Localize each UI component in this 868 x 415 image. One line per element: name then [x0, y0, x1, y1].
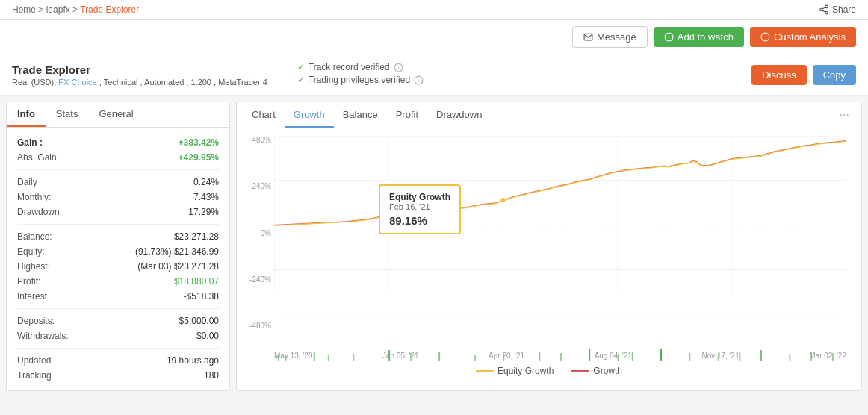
chart-svg — [274, 136, 846, 314]
updated-label: Updated — [17, 355, 51, 366]
stat-row-abs-gain: Abs. Gain: +429.95% — [17, 150, 219, 165]
trade-explorer-subtitle: Real (USD), FX Choice , Technical , Auto… — [12, 78, 267, 87]
analysis-icon — [760, 32, 770, 42]
chart-legend: Equity Growth Growth — [476, 366, 622, 376]
check-icon-track: ✓ — [297, 62, 305, 72]
copy-button[interactable]: Copy — [813, 65, 856, 85]
chart-tab-profit[interactable]: Profit — [387, 103, 427, 128]
breadcrumb-parent[interactable]: leapfx — [46, 4, 70, 15]
svg-point-1 — [820, 8, 823, 11]
x-label-1: Jan 05, '21 — [382, 352, 419, 360]
monthly-value: 7.43% — [193, 192, 219, 202]
x-axis: May 13, '20 Jan 05, '21 Apr 20, '21 Aug … — [274, 352, 846, 360]
share-icon — [819, 4, 829, 15]
drawdown-value: 17.29% — [188, 207, 219, 217]
highest-label: Highest: — [17, 261, 50, 272]
updated-value: 19 hours ago — [167, 355, 219, 366]
gain-label: Gain : — [17, 137, 43, 148]
stat-row-gain: Gain : +383.42% — [17, 135, 219, 150]
message-button[interactable]: Message — [572, 26, 648, 48]
legend-equity-growth: Equity Growth — [476, 366, 554, 376]
daily-label: Daily — [17, 177, 37, 187]
stats-section: Gain : +383.42% Abs. Gain: +429.95% Dail… — [7, 128, 229, 390]
chart-tab-growth[interactable]: Growth — [285, 103, 334, 128]
profit-label: Profit: — [17, 276, 40, 287]
right-panel: Chart Growth Balance Profit Drawdown ···… — [236, 102, 862, 391]
y-label-neg480: -480% — [249, 322, 271, 330]
breadcrumb-current: Trade Explorer — [80, 4, 139, 15]
profit-value: $18,880.07 — [174, 276, 219, 287]
info-bar: Trade Explorer Real (USD), FX Choice , T… — [0, 54, 868, 96]
chart-tabs: Chart Growth Balance Profit Drawdown ··· — [237, 102, 861, 128]
trade-explorer-title: Trade Explorer — [12, 63, 267, 76]
message-icon — [583, 32, 593, 42]
discuss-button[interactable]: Discuss — [751, 65, 807, 85]
fx-choice-link[interactable]: FX Choice — [58, 78, 96, 87]
stat-row-daily: Daily 0.24% — [17, 175, 219, 190]
add-to-watch-button[interactable]: Add to watch — [654, 27, 744, 47]
withdrawals-label: Withdrawals: — [17, 331, 69, 341]
chart-tab-balance[interactable]: Balance — [334, 103, 387, 128]
tracking-label: Tracking — [17, 370, 52, 381]
highest-value: (Mar 03) $23,271.28 — [137, 261, 219, 272]
daily-value: 0.24% — [193, 177, 219, 187]
equity-label: Equity: — [17, 246, 45, 257]
check-icon-privileges: ✓ — [297, 75, 305, 85]
stat-row-equity: Equity: (91.73%) $21,346.99 — [17, 244, 219, 259]
interest-label: Interest — [17, 291, 47, 302]
tracking-value: 180 — [204, 370, 219, 381]
share-label: Share — [832, 4, 856, 15]
stat-row-drawdown: Drawdown: 17.29% — [17, 205, 219, 219]
custom-analysis-label: Custom Analysis — [774, 31, 846, 43]
add-to-watch-label: Add to watch — [678, 31, 734, 43]
deposits-value: $5,000.00 — [179, 316, 219, 326]
stat-row-balance: Balance: $23,271.28 — [17, 229, 219, 244]
stat-row-updated: Updated 19 hours ago — [17, 353, 219, 368]
stat-row-withdrawals: Withdrawals: $0.00 — [17, 328, 219, 343]
custom-analysis-button[interactable]: Custom Analysis — [750, 27, 856, 47]
y-label-neg240: -240% — [249, 275, 271, 284]
stat-row-interest: Interest -$518.38 — [17, 289, 219, 304]
x-label-5: Mar 02, '22 — [809, 352, 846, 360]
svg-point-2 — [825, 11, 828, 13]
equity-value: (91.73%) $21,346.99 — [135, 246, 219, 257]
stat-row-highest: Highest: (Mar 03) $23,271.28 — [17, 259, 219, 274]
share-button[interactable]: Share — [819, 4, 856, 15]
trade-explorer-info: Trade Explorer Real (USD), FX Choice , T… — [12, 63, 267, 87]
stat-row-monthly: Monthly: 7.43% — [17, 190, 219, 205]
x-label-3: Aug 04, '21 — [595, 352, 632, 360]
top-bar: Home > leapfx > Trade Explorer Share — [0, 0, 868, 20]
trading-privileges-verified: ✓ Trading privileges verified — [297, 75, 751, 85]
withdrawals-value: $0.00 — [196, 331, 219, 341]
chart-options-button[interactable]: ··· — [834, 102, 855, 128]
tab-stats[interactable]: Stats — [46, 102, 89, 127]
chart-tab-drawdown[interactable]: Drawdown — [427, 103, 491, 128]
left-panel-tabs: Info Stats General — [7, 102, 229, 128]
drawdown-label: Drawdown: — [17, 207, 62, 217]
info-icon-track[interactable] — [394, 63, 403, 72]
gain-value: +383.42% — [179, 137, 219, 148]
abs-gain-value: +429.95% — [179, 152, 219, 163]
tab-general[interactable]: General — [88, 102, 143, 127]
left-panel: Info Stats General Gain : +383.42% Abs. … — [6, 102, 230, 391]
tooltip-title: Equity Growth — [389, 192, 450, 202]
x-label-2: Apr 20, '21 — [489, 352, 524, 360]
message-label: Message — [597, 31, 636, 43]
tab-info[interactable]: Info — [7, 102, 46, 127]
legend-line-red — [571, 370, 589, 372]
track-record-label: Track record verified — [309, 62, 390, 72]
interest-value: -$518.38 — [184, 291, 219, 302]
tooltip-date: Feb 16, '21 — [389, 202, 450, 211]
legend-growth: Growth — [571, 366, 622, 376]
tooltip-value: 89.16% — [389, 214, 450, 227]
chart-tab-chart[interactable]: Chart — [243, 103, 285, 128]
legend-line-yellow — [476, 370, 494, 372]
action-buttons-right: Discuss Copy — [751, 65, 856, 85]
legend-growth-label: Growth — [593, 366, 622, 376]
info-icon-privileges[interactable] — [414, 75, 424, 85]
y-label-240: 240% — [252, 182, 271, 190]
chart-tooltip: Equity Growth Feb 16, '21 89.16% — [379, 184, 461, 234]
svg-point-0 — [825, 5, 828, 7]
breadcrumb-home[interactable]: Home — [12, 4, 36, 15]
stat-row-tracking: Tracking 180 — [17, 368, 219, 383]
